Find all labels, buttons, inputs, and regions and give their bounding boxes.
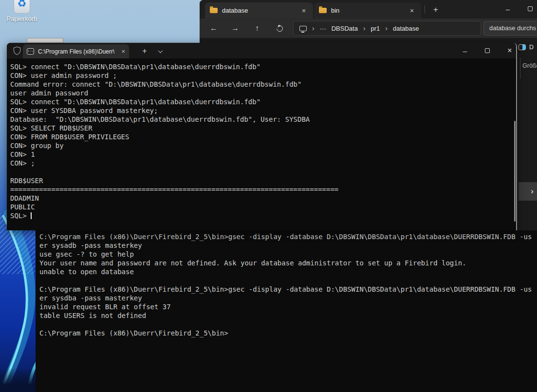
breadcrumb[interactable]: › ··· DBSData › pr1 › database — [293, 21, 481, 36]
chevron-down-icon — [158, 48, 163, 53]
terminal-tab[interactable]: C:\ C:\Program Files (x86)\Duerr\ × — [23, 44, 129, 58]
new-terminal-tab-button[interactable]: + — [138, 45, 151, 57]
desktop: ♻ Papierkorb database × bin × + – ← — [0, 0, 537, 392]
folder-icon — [319, 8, 327, 13]
refresh-icon — [275, 24, 284, 33]
cmd-prompt-icon: C:\ — [27, 48, 34, 55]
up-button[interactable]: ↑ — [250, 21, 264, 35]
cmd-console-window[interactable]: C:\Program Files (x86)\Duerr\Firebird_2_… — [36, 230, 537, 392]
details-pane-label: D — [529, 44, 534, 51]
close-button[interactable]: × — [499, 43, 521, 58]
shield-icon — [12, 46, 22, 56]
prompt-text: SQL> — [10, 212, 31, 220]
tab-close-icon[interactable]: × — [299, 7, 308, 15]
terminal-scrollbar[interactable] — [514, 121, 516, 222]
forward-button[interactable]: → — [228, 21, 242, 35]
breadcrumb-item-pr1[interactable]: pr1 — [371, 25, 380, 32]
tab-close-icon[interactable]: × — [121, 48, 125, 55]
maximize-icon — [485, 48, 490, 53]
tab-label: database — [222, 7, 248, 14]
refresh-button[interactable] — [272, 21, 287, 35]
column-header-size[interactable]: Größe — [522, 62, 537, 69]
chevron-right-icon: › — [385, 24, 388, 32]
terminal-prompt-line[interactable]: SQL> — [7, 211, 516, 220]
breadcrumb-item-dbsdata[interactable]: DBSData — [332, 25, 358, 32]
folder-icon — [210, 8, 218, 13]
console-output[interactable]: C:\Program Files (x86)\Duerr\Firebird_2_… — [36, 230, 537, 337]
search-input[interactable]: database durchs — [483, 21, 537, 36]
recycle-bin-shortcut[interactable]: ♻ Papierkorb — [6, 0, 38, 22]
terminal-body[interactable]: SQL> connect "D:\DBSWIN\DBSData\pr1\data… — [7, 58, 516, 230]
terminal-tab-title: C:\Program Files (x86)\Duerr\ — [38, 48, 114, 55]
maximize-icon — [528, 6, 533, 11]
explorer-tab-database[interactable]: database × — [205, 2, 313, 19]
maximize-button[interactable] — [476, 43, 499, 58]
chevron-right-icon: › — [531, 187, 534, 196]
terminal-window: C:\ C:\Program Files (x86)\Duerr\ × + – … — [7, 43, 517, 230]
terminal-dropdown-button[interactable] — [154, 45, 166, 57]
explorer-tab-bin[interactable]: bin × — [314, 2, 421, 19]
explorer-tab-bar: database × bin × + – — [200, 0, 537, 19]
text-cursor — [31, 212, 32, 219]
background-window-sliver — [27, 38, 63, 43]
minimize-button[interactable]: – — [497, 0, 519, 18]
chevron-right-icon: › — [312, 24, 315, 32]
explorer-nav-bar: ← → ↑ › ··· DBSData › pr1 › database dat… — [200, 19, 537, 38]
this-pc-icon[interactable] — [299, 26, 307, 31]
chevron-right-icon: › — [363, 24, 366, 32]
breadcrumb-item-database[interactable]: database — [393, 25, 419, 32]
breadcrumb-ellipsis[interactable]: ··· — [320, 25, 326, 32]
tab-close-icon[interactable]: × — [407, 7, 416, 15]
tab-label: bin — [331, 7, 339, 14]
back-button[interactable]: ← — [206, 21, 221, 35]
terminal-title-bar: C:\ C:\Program Files (x86)\Duerr\ × + – … — [7, 43, 516, 58]
recycle-bin-label: Papierkorb — [6, 15, 38, 22]
tab-divider — [425, 5, 425, 13]
minimize-button[interactable]: – — [454, 43, 476, 58]
new-tab-button[interactable]: + — [428, 3, 443, 17]
panel-expand-flyout[interactable]: › — [518, 182, 537, 201]
maximize-button[interactable] — [519, 0, 537, 18]
terminal-output[interactable]: SQL> connect "D:\DBSWIN\DBSData\pr1\data… — [7, 58, 516, 211]
recycle-bin-icon: ♻ — [14, 0, 30, 14]
column-separator — [520, 57, 520, 79]
